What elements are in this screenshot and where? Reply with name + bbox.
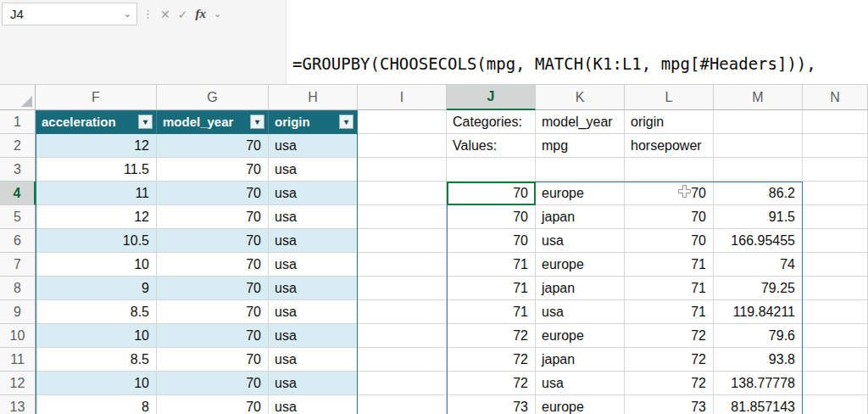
cell-K6[interactable]: usa	[536, 229, 625, 253]
cell-G1[interactable]: model_year▾	[157, 110, 269, 134]
select-all-button[interactable]	[0, 85, 36, 110]
cell-N6[interactable]	[803, 229, 868, 253]
row-header-2[interactable]: 2	[0, 134, 36, 158]
cell-G13[interactable]: 70	[157, 395, 269, 414]
cell-H2[interactable]: usa	[269, 134, 358, 158]
row-header-3[interactable]: 3	[0, 158, 36, 182]
cell-N4[interactable]	[803, 182, 868, 205]
column-header-J[interactable]: J	[447, 85, 536, 110]
cell-M1[interactable]	[714, 110, 803, 134]
column-header-H[interactable]: H	[269, 85, 358, 110]
cell-M10[interactable]: 79.6	[714, 324, 803, 348]
cell-K4[interactable]: europe	[536, 182, 625, 205]
cell-N11[interactable]	[803, 348, 868, 372]
cell-F3[interactable]: 11.5	[36, 158, 157, 182]
cell-J7[interactable]: 71	[447, 253, 536, 277]
cell-H7[interactable]: usa	[269, 253, 358, 277]
cell-I4[interactable]	[358, 182, 447, 205]
cell-H13[interactable]: usa	[269, 395, 358, 414]
cell-L10[interactable]: 72	[625, 324, 714, 348]
cell-L3[interactable]	[625, 158, 714, 182]
cell-N7[interactable]	[803, 253, 868, 277]
cell-F12[interactable]: 10	[36, 372, 157, 395]
row-header-11[interactable]: 11	[0, 348, 36, 372]
cell-H4[interactable]: usa	[269, 182, 358, 205]
cell-M12[interactable]: 138.77778	[714, 372, 803, 395]
column-header-N[interactable]: N	[803, 85, 868, 110]
column-header-G[interactable]: G	[157, 85, 269, 110]
cell-L12[interactable]: 72	[625, 372, 714, 395]
cell-N9[interactable]	[803, 300, 868, 324]
cell-I7[interactable]	[358, 253, 447, 277]
cell-G6[interactable]: 70	[157, 229, 269, 253]
cell-M7[interactable]: 74	[714, 253, 803, 277]
cell-G9[interactable]: 70	[157, 300, 269, 324]
row-header-6[interactable]: 6	[0, 229, 36, 253]
cell-F2[interactable]: 12	[36, 134, 157, 158]
row-header-5[interactable]: 5	[0, 205, 36, 229]
cell-G2[interactable]: 70	[157, 134, 269, 158]
column-header-K[interactable]: K	[536, 85, 625, 110]
cell-F6[interactable]: 10.5	[36, 229, 157, 253]
cell-L6[interactable]: 70	[625, 229, 714, 253]
column-header-I[interactable]: I	[358, 85, 447, 110]
cell-F7[interactable]: 10	[36, 253, 157, 277]
cell-M13[interactable]: 81.857143	[714, 395, 803, 414]
cell-K5[interactable]: japan	[536, 205, 625, 229]
cell-M11[interactable]: 93.8	[714, 348, 803, 372]
cell-L8[interactable]: 71	[625, 277, 714, 300]
cell-I8[interactable]	[358, 277, 447, 300]
column-header-L[interactable]: L	[625, 85, 714, 110]
filter-dropdown-icon[interactable]: ▾	[138, 115, 153, 129]
row-header-10[interactable]: 10	[0, 324, 36, 348]
cell-M2[interactable]	[714, 134, 803, 158]
cell-J6[interactable]: 70	[447, 229, 536, 253]
cell-L5[interactable]: 70	[625, 205, 714, 229]
cell-K12[interactable]: usa	[536, 372, 625, 395]
cell-L7[interactable]: 71	[625, 253, 714, 277]
cell-I1[interactable]	[358, 110, 447, 134]
cell-L13[interactable]: 73	[625, 395, 714, 414]
cell-G10[interactable]: 70	[157, 324, 269, 348]
cell-G5[interactable]: 70	[157, 205, 269, 229]
cell-I3[interactable]	[358, 158, 447, 182]
cell-L1[interactable]: origin	[625, 110, 714, 134]
row-header-8[interactable]: 8	[0, 277, 36, 300]
cell-G12[interactable]: 70	[157, 372, 269, 395]
cell-F10[interactable]: 10	[36, 324, 157, 348]
cell-N8[interactable]	[803, 277, 868, 300]
cell-M3[interactable]	[714, 158, 803, 182]
name-box-dropdown-icon[interactable]: ⌄	[124, 8, 131, 20]
cell-F13[interactable]: 8	[36, 395, 157, 414]
cancel-button[interactable]: ✕	[160, 8, 170, 21]
cell-L9[interactable]: 71	[625, 300, 714, 324]
cell-H12[interactable]: usa	[269, 372, 358, 395]
cell-G8[interactable]: 70	[157, 277, 269, 300]
formula-bar-expand-icon[interactable]: ⌄	[214, 8, 221, 20]
row-header-9[interactable]: 9	[0, 300, 36, 324]
cell-G7[interactable]: 70	[157, 253, 269, 277]
cell-F11[interactable]: 8.5	[36, 348, 157, 372]
cell-G11[interactable]: 70	[157, 348, 269, 372]
cell-I2[interactable]	[358, 134, 447, 158]
insert-function-button[interactable]: fx	[195, 7, 206, 21]
cell-J12[interactable]: 72	[447, 372, 536, 395]
cell-H6[interactable]: usa	[269, 229, 358, 253]
filter-dropdown-icon[interactable]: ▾	[250, 115, 264, 129]
row-header-1[interactable]: 1	[0, 110, 36, 134]
cell-J11[interactable]: 72	[447, 348, 536, 372]
cell-K2[interactable]: mpg	[536, 134, 625, 158]
cell-G3[interactable]: 70	[157, 158, 269, 182]
cell-G4[interactable]: 70	[157, 182, 269, 205]
column-header-F[interactable]: F	[36, 85, 157, 110]
cell-M4[interactable]: 86.2	[714, 182, 803, 205]
row-header-7[interactable]: 7	[0, 253, 36, 277]
cell-M9[interactable]: 119.84211	[714, 300, 803, 324]
cell-J9[interactable]: 71	[447, 300, 536, 324]
cell-F8[interactable]: 9	[36, 277, 157, 300]
cell-J13[interactable]: 73	[447, 395, 536, 414]
cell-H8[interactable]: usa	[269, 277, 358, 300]
formula-input[interactable]: =GROUPBY(CHOOSECOLS(mpg, MATCH(K1:L1, mp…	[286, 0, 868, 84]
cell-N3[interactable]	[803, 158, 868, 182]
cell-N12[interactable]	[803, 372, 868, 395]
